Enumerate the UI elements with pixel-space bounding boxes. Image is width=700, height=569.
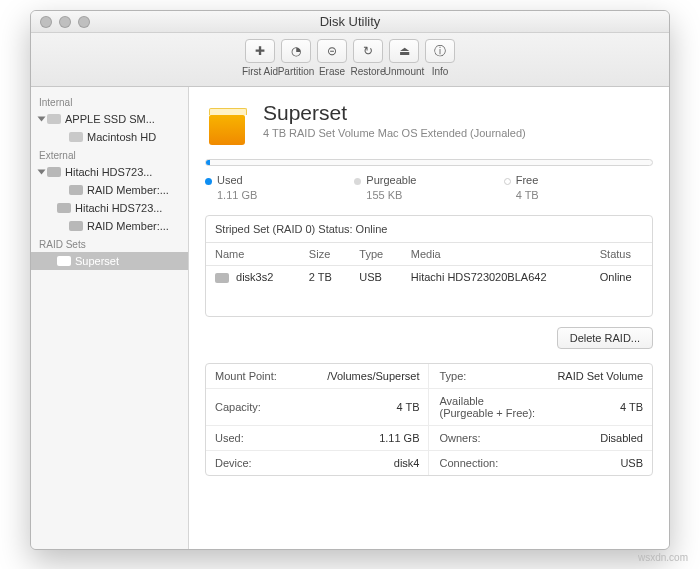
drive-icon bbox=[47, 167, 61, 177]
detail-key: Owners: bbox=[429, 426, 545, 451]
partition-icon: ◔ bbox=[281, 39, 311, 63]
drive-icon bbox=[47, 114, 61, 124]
detail-value: USB bbox=[545, 451, 652, 476]
sidebar-item-raid-member-2[interactable]: RAID Member:... bbox=[31, 217, 188, 235]
legend-value-purgeable: 155 KB bbox=[366, 189, 503, 201]
info-button[interactable]: ⓘ Info bbox=[424, 39, 456, 86]
watermark: wsxdn.com bbox=[638, 552, 688, 563]
unmount-icon: ⏏ bbox=[389, 39, 419, 63]
minimize-icon[interactable] bbox=[59, 16, 71, 28]
restore-button[interactable]: ↻ Restore bbox=[352, 39, 384, 86]
table-row[interactable]: disk3s2 2 TB USB Hitachi HDS723020BLA642… bbox=[206, 266, 652, 289]
legend-label-used: Used bbox=[217, 174, 243, 186]
restore-icon: ↻ bbox=[353, 39, 383, 63]
volume-subtitle: 4 TB RAID Set Volume Mac OS Extended (Jo… bbox=[263, 127, 526, 139]
toolbar-label: Info bbox=[432, 66, 449, 77]
drive-icon bbox=[69, 185, 83, 195]
detail-key: Capacity: bbox=[206, 389, 304, 426]
detail-value: disk4 bbox=[304, 451, 429, 476]
legend-value-free: 4 TB bbox=[516, 189, 653, 201]
volume-name: Superset bbox=[263, 101, 526, 125]
sidebar-item-hitachi-1[interactable]: Hitachi HDS723... bbox=[31, 163, 188, 181]
legend-label-free: Free bbox=[516, 174, 539, 186]
sidebar-group-internal: Internal bbox=[31, 93, 188, 110]
sidebar-item-apple-ssd[interactable]: APPLE SSD SM... bbox=[31, 110, 188, 128]
col-type[interactable]: Type bbox=[350, 243, 401, 266]
detail-key: Connection: bbox=[429, 451, 545, 476]
toolbar-label: Erase bbox=[319, 66, 345, 77]
sidebar-group-raid-sets: RAID Sets bbox=[31, 235, 188, 252]
detail-value: 4 TB bbox=[545, 389, 652, 426]
volume-icon bbox=[205, 101, 249, 145]
details-table: Mount Point: /Volumes/Superset Type: RAI… bbox=[205, 363, 653, 476]
sidebar-item-raid-member-1[interactable]: RAID Member:... bbox=[31, 181, 188, 199]
drive-icon bbox=[69, 221, 83, 231]
legend-dot-purgeable bbox=[354, 178, 361, 185]
detail-value: /Volumes/Superset bbox=[304, 364, 429, 389]
erase-button[interactable]: ⊝ Erase bbox=[316, 39, 348, 86]
window-title: Disk Utility bbox=[31, 14, 669, 29]
toolbar: ✚ First Aid ◔ Partition ⊝ Erase ↻ Restor… bbox=[31, 33, 669, 87]
detail-key: Type: bbox=[429, 364, 545, 389]
usage-bar bbox=[205, 159, 653, 166]
col-media[interactable]: Media bbox=[402, 243, 591, 266]
sidebar-item-superset[interactable]: Superset bbox=[31, 252, 188, 270]
legend-dot-used bbox=[205, 178, 212, 185]
content-pane: Superset 4 TB RAID Set Volume Mac OS Ext… bbox=[189, 87, 669, 549]
col-size[interactable]: Size bbox=[300, 243, 350, 266]
legend-dot-free bbox=[504, 178, 511, 185]
erase-icon: ⊝ bbox=[317, 39, 347, 63]
drive-icon bbox=[215, 273, 229, 283]
legend-label-purgeable: Purgeable bbox=[366, 174, 416, 186]
raid-status-header: Striped Set (RAID 0) Status: Online bbox=[206, 216, 652, 243]
detail-value: 4 TB bbox=[304, 389, 429, 426]
drive-icon bbox=[57, 203, 71, 213]
delete-raid-button[interactable]: Delete RAID... bbox=[557, 327, 653, 349]
toolbar-label: First Aid bbox=[242, 66, 278, 77]
window-controls bbox=[40, 16, 90, 28]
close-icon[interactable] bbox=[40, 16, 52, 28]
sidebar: Internal APPLE SSD SM... Macintosh HD Ex… bbox=[31, 87, 189, 549]
partition-button[interactable]: ◔ Partition bbox=[280, 39, 312, 86]
drive-icon bbox=[69, 132, 83, 142]
usage-legend: Used 1.11 GB Purgeable 155 KB Free 4 TB bbox=[205, 174, 653, 201]
raid-panel: Striped Set (RAID 0) Status: Online Name… bbox=[205, 215, 653, 317]
titlebar[interactable]: Disk Utility bbox=[31, 11, 669, 33]
sidebar-item-hitachi-2[interactable]: Hitachi HDS723... bbox=[31, 199, 188, 217]
detail-key: Used: bbox=[206, 426, 304, 451]
sidebar-group-external: External bbox=[31, 146, 188, 163]
detail-value: Disabled bbox=[545, 426, 652, 451]
col-name[interactable]: Name bbox=[206, 243, 300, 266]
unmount-button[interactable]: ⏏ Unmount bbox=[388, 39, 420, 86]
first-aid-button[interactable]: ✚ First Aid bbox=[244, 39, 276, 86]
disk-utility-window: Disk Utility ✚ First Aid ◔ Partition ⊝ E… bbox=[30, 10, 670, 550]
col-status[interactable]: Status bbox=[591, 243, 652, 266]
detail-key: Mount Point: bbox=[206, 364, 304, 389]
drive-icon bbox=[57, 256, 71, 266]
detail-value: 1.11 GB bbox=[304, 426, 429, 451]
zoom-icon[interactable] bbox=[78, 16, 90, 28]
toolbar-label: Unmount bbox=[384, 66, 425, 77]
usage-bar-used bbox=[206, 160, 210, 165]
sidebar-item-macintosh-hd[interactable]: Macintosh HD bbox=[31, 128, 188, 146]
info-icon: ⓘ bbox=[425, 39, 455, 63]
detail-value: RAID Set Volume bbox=[545, 364, 652, 389]
legend-value-used: 1.11 GB bbox=[217, 189, 354, 201]
toolbar-label: Restore bbox=[351, 66, 386, 77]
toolbar-label: Partition bbox=[278, 66, 315, 77]
first-aid-icon: ✚ bbox=[245, 39, 275, 63]
detail-key: Device: bbox=[206, 451, 304, 476]
raid-table: Name Size Type Media Status disk3s2 2 TB… bbox=[206, 243, 652, 316]
detail-key: Available (Purgeable + Free): bbox=[429, 389, 545, 426]
